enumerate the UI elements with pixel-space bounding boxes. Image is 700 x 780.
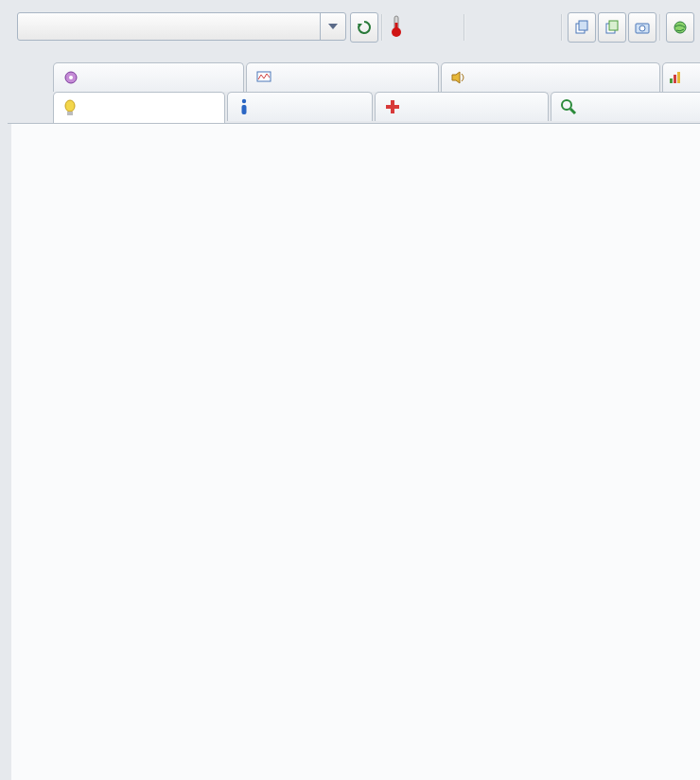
copy-icon [574, 20, 589, 35]
svg-marker-15 [452, 72, 460, 83]
svg-point-21 [242, 99, 246, 103]
benchmark-chart [11, 124, 700, 780]
tab-info[interactable] [227, 92, 373, 121]
magnifier-icon [561, 99, 576, 114]
drive-select[interactable] [17, 12, 346, 41]
tab-disk-monitor[interactable] [246, 62, 439, 92]
bulb-icon [63, 100, 77, 117]
speaker-icon [451, 71, 466, 84]
screenshot-button[interactable] [628, 12, 656, 43]
svg-point-19 [65, 100, 75, 112]
tab-more[interactable] [662, 62, 700, 92]
copy-button-2[interactable] [598, 12, 626, 43]
temperature-readout [390, 15, 412, 38]
info-icon [237, 98, 251, 115]
globe-icon [673, 20, 688, 35]
refresh-icon [357, 20, 372, 35]
svg-rect-17 [674, 75, 676, 83]
svg-rect-22 [242, 105, 247, 114]
toolbar-separator [381, 14, 383, 41]
tab-file-benchmark[interactable] [53, 62, 244, 92]
refresh-button[interactable] [350, 12, 378, 43]
chevron-down-icon [320, 13, 345, 40]
tab-aam[interactable] [441, 62, 660, 92]
svg-rect-20 [67, 112, 73, 115]
svg-rect-16 [670, 78, 673, 83]
svg-point-25 [562, 100, 571, 110]
tab-bar-primary [53, 92, 700, 124]
plus-icon [385, 99, 400, 114]
svg-rect-6 [579, 21, 587, 30]
thermometer-icon [390, 15, 403, 38]
toolbar-separator [464, 14, 465, 41]
file-bench-icon [63, 70, 79, 85]
tab-bar-secondary [53, 62, 700, 91]
tab-benchmark[interactable] [53, 92, 225, 125]
monitor-icon [256, 71, 271, 84]
tab-error-scan[interactable] [551, 92, 700, 121]
svg-rect-8 [609, 21, 618, 30]
toolbar-separator [561, 14, 563, 41]
camera-icon [635, 21, 650, 34]
top-toolbar [0, 12, 700, 43]
svg-point-13 [69, 76, 73, 79]
globe-button[interactable] [666, 12, 694, 43]
copy-icon [604, 20, 620, 35]
svg-point-10 [639, 26, 645, 31]
copy-button-1[interactable] [568, 12, 596, 43]
chart-icon [669, 71, 682, 84]
svg-rect-24 [386, 105, 399, 109]
svg-marker-0 [328, 24, 338, 29]
tab-health[interactable] [375, 92, 549, 121]
svg-line-26 [570, 109, 575, 113]
toolbar-separator [659, 14, 661, 41]
svg-rect-4 [395, 23, 398, 31]
svg-rect-18 [677, 72, 680, 83]
